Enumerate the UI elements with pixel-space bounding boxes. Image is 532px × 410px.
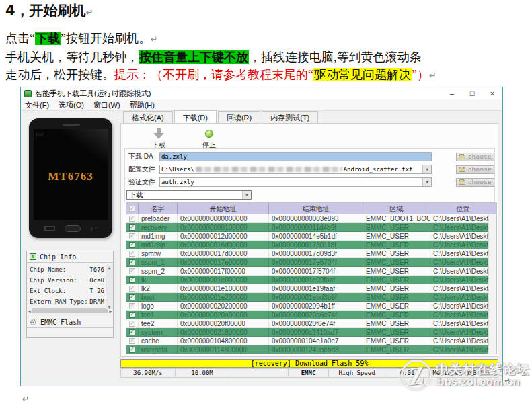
cell-region: EMMC_USER <box>363 232 430 240</box>
cell-end-address: 0x00000001249bebd3 <box>269 345 363 354</box>
cell-region: EMMC_USER <box>363 311 430 319</box>
row-checkbox[interactable]: ✓ <box>126 249 139 257</box>
choose-da-button[interactable]: choose <box>456 153 494 161</box>
row-checkbox[interactable]: ✓ <box>126 319 139 327</box>
table-row[interactable]: ✓ boot 0x000000001e200000 0x000000001ebd… <box>126 293 496 302</box>
row-checkbox[interactable]: ✓ <box>126 241 139 249</box>
download-mode-select[interactable]: 下载 ▼ <box>126 190 252 200</box>
table-row[interactable]: ✓ preloader 0x0000000000000000 0x0000000… <box>126 214 496 223</box>
chevron-down-icon[interactable]: ▼ <box>242 191 251 199</box>
table-row[interactable]: ✓ lk 0x000000001e000000 0x000000001e09fa… <box>126 276 496 284</box>
cell-region: EMMC_USER <box>363 293 430 301</box>
cell-region: EMMC_USER <box>363 319 430 327</box>
table-row[interactable]: ✓ lk2 0x000000001e100000 0x000000001e19f… <box>126 284 496 293</box>
gear-icon <box>30 319 37 326</box>
row-checkbox[interactable]: ✓ <box>126 214 139 222</box>
menu-help[interactable]: 帮助(H) <box>130 100 155 110</box>
cell-start-address: 0x0000000020f00000 <box>178 319 269 327</box>
row-checkbox[interactable]: ✓ <box>126 267 139 275</box>
stop-button[interactable]: 停止 <box>192 127 227 150</box>
scrollbar-thumb[interactable] <box>32 308 108 313</box>
chip-info-horizontal-scrollbar[interactable]: ◀▶ <box>28 307 112 314</box>
download-da-input[interactable]: da.zxly <box>159 152 432 161</box>
download-button[interactable]: 下载 <box>141 127 176 150</box>
table-row[interactable]: ✓ tee1 0x0000000020a00000 0x0000000020a6… <box>126 311 496 319</box>
cell-start-address: 0x0000000017e00000 <box>178 258 269 266</box>
column-header-location[interactable]: 位置 <box>430 203 496 214</box>
column-header-name[interactable]: 名字 <box>139 203 178 214</box>
table-row[interactable]: ✓ userdata 0x0000000114800000 0x00000001… <box>126 345 496 354</box>
highlight-driver-issues: 驱动常见问题解决 <box>313 68 412 81</box>
cell-name: tee1 <box>139 311 178 319</box>
scroll-left-icon[interactable]: ◀ <box>28 309 31 313</box>
chip-info-panel: Chip Info Chip Name:T676 Chip Version:0c… <box>26 251 114 338</box>
row-checkbox[interactable]: ✓ <box>126 223 139 231</box>
highlight-download: 下载 <box>35 32 61 45</box>
table-vertical-scrollbar[interactable] <box>488 214 496 354</box>
cell-name: lk2 <box>139 284 178 292</box>
cell-end-address: 0x0000000017d09d3f <box>269 249 363 257</box>
cell-end-address: 0x0000000014e5b1df <box>269 232 363 240</box>
table-row[interactable]: ✓ md1dsp 0x0000000016d00000 0x0000000017… <box>126 241 496 249</box>
table-row[interactable]: ✓ tee2 0x0000000020f00000 0x0000000020f6… <box>126 319 496 328</box>
chevron-down-icon[interactable]: ▼ <box>422 178 431 186</box>
choose-scatter-button[interactable]: choose <box>456 165 494 174</box>
cell-location: C:\Users\A1\Desktop\... <box>430 267 496 275</box>
cell-start-address: 0x0000000020a00000 <box>178 311 269 319</box>
select-all-checkbox[interactable]: ✓ <box>126 203 139 214</box>
cell-name: recovery <box>139 223 178 231</box>
tutorial-text: 4，开始刷机↵ 点击“下载”按钮开始刷机。↵ 手机关机，等待几秒钟，按住音量上下… <box>5 1 530 85</box>
cell-end-address: 0x000000001ebd3b9f <box>269 293 363 301</box>
table-row[interactable]: ✓ system 0x0000000021800000 0x00000000c2… <box>126 328 496 337</box>
cell-region: EMMC_USER <box>363 241 430 249</box>
table-row[interactable]: ✓ spmfw 0x0000000017d00000 0x0000000017d… <box>126 249 496 258</box>
table-row[interactable]: ✓ logo 0x0000000020200000 0x000000002094… <box>126 302 496 311</box>
minimize-button[interactable]: – <box>442 87 462 99</box>
tab-format[interactable]: 格式化(A) <box>123 111 173 124</box>
column-header-end-address[interactable]: 结束地址 <box>269 203 363 214</box>
cell-location: C:\Users\A1\Desktop\... <box>430 302 496 310</box>
auth-file-input[interactable]: auth.zxly▼ <box>159 177 432 187</box>
menu-options[interactable]: 选项(O) <box>59 100 84 110</box>
cell-start-address: 0x000000001e000000 <box>178 276 269 284</box>
tab-download[interactable]: 下载(D) <box>174 110 217 124</box>
row-checkbox[interactable]: ✓ <box>126 276 139 284</box>
menu-file[interactable]: 文件(F) <box>25 100 49 110</box>
download-da-label: 下载 DA <box>125 152 159 161</box>
tab-readback[interactable]: 回读(R) <box>218 111 260 124</box>
table-row[interactable]: ✓ sspm_2 0x0000000017f00000 0x0000000017… <box>126 267 496 276</box>
menu-window[interactable]: 窗口(W) <box>93 100 120 110</box>
choose-auth-button[interactable]: choose <box>456 178 494 187</box>
table-row[interactable]: ✓ md1img 0x0000000012d00000 0x0000000014… <box>126 232 496 241</box>
status-size: 10.00M <box>176 368 229 378</box>
column-header-region[interactable]: 区域 <box>363 203 430 214</box>
row-checkbox[interactable]: ✓ <box>126 328 139 336</box>
row-checkbox[interactable]: ✓ <box>126 337 139 345</box>
row-checkbox[interactable]: ✓ <box>126 232 139 240</box>
row-checkbox[interactable]: ✓ <box>126 345 139 354</box>
row-checkbox[interactable]: ✓ <box>126 293 139 301</box>
row-checkbox[interactable]: ✓ <box>126 311 139 319</box>
table-row[interactable]: ✓ sspm_1 0x0000000017e00000 0x0000000017… <box>126 258 496 267</box>
scroll-up-icon[interactable]: ▲ <box>108 265 111 270</box>
cell-name: sspm_2 <box>139 267 178 275</box>
scroll-down-icon[interactable]: ▼ <box>108 304 111 309</box>
maximize-button[interactable]: □ <box>462 87 482 99</box>
scatter-file-input[interactable]: C:\Users\Android_scatter.txt▼ <box>159 165 432 174</box>
cell-start-address: 0x0000000017f00000 <box>178 267 269 275</box>
row-checkbox[interactable]: ✓ <box>126 302 139 310</box>
table-row[interactable]: ✓ cache 0x0000000104800000 0x0000000104e… <box>126 337 496 345</box>
column-header-start-address[interactable]: 开始地址 <box>178 203 269 214</box>
close-button[interactable]: × <box>482 87 502 99</box>
folder-icon <box>459 155 465 159</box>
cell-name: boot <box>139 293 178 301</box>
table-row[interactable]: ✓ recovery 0x0000000000108000 0x00000000… <box>126 223 496 232</box>
row-checkbox[interactable]: ✓ <box>126 284 139 292</box>
cell-name: spmfw <box>139 249 178 257</box>
tab-memory-test[interactable]: 内存测试(T) <box>262 111 318 124</box>
cell-region: EMMC_USER <box>363 345 430 354</box>
cell-location: C:\Users\A1\Desktop\... <box>430 276 496 284</box>
chip-info-vertical-scrollbar[interactable]: ▲▼ <box>106 265 113 309</box>
row-checkbox[interactable]: ✓ <box>126 258 139 266</box>
chevron-down-icon[interactable]: ▼ <box>422 165 431 173</box>
